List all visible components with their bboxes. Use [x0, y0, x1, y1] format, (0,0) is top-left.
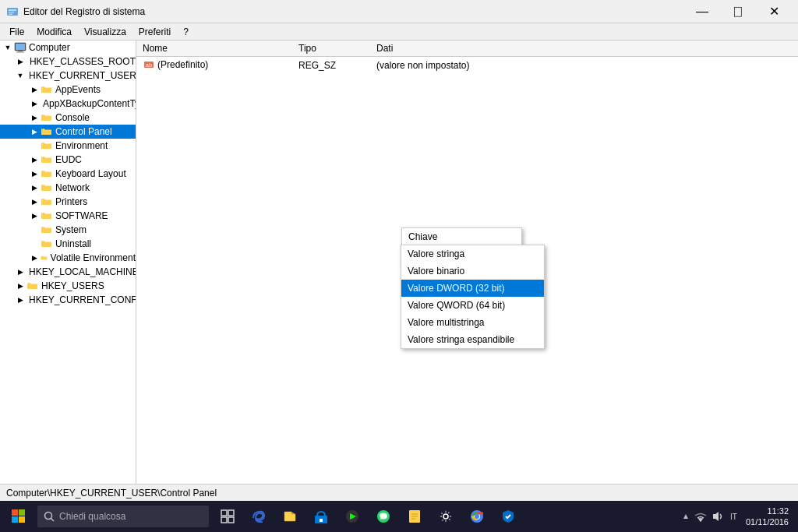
toggle-keyboard-layout[interactable]: ▶: [28, 167, 41, 180]
notes-icon: [407, 509, 422, 524]
svg-rect-6: [18, 51, 23, 52]
taskbar-icon-whatsapp[interactable]: [368, 501, 399, 532]
tree-item-system[interactable]: ▶ System: [0, 223, 136, 237]
label-valore-qword: Valore QWORD (64 bit): [408, 300, 505, 311]
taskbar-icon-settings[interactable]: [430, 501, 461, 532]
toggle-hkey-current-config[interactable]: ▶: [14, 294, 26, 306]
submenu-item-valore-stringa[interactable]: Valore stringa: [401, 245, 544, 262]
tree-item-hkey-classes-root[interactable]: ▶ HKEY_CLASSES_ROOT: [0, 55, 136, 69]
svg-point-14: [45, 513, 52, 520]
registry-tree[interactable]: ▼ Computer ▶ HKEY_CLASSES_ROOT ▼: [0, 41, 136, 484]
status-bar: Computer\HKEY_CURRENT_USER\Control Panel: [0, 484, 798, 501]
menu-help[interactable]: ?: [177, 25, 195, 39]
tree-item-appevents[interactable]: ▶ AppEvents: [0, 83, 136, 97]
tree-item-eudc[interactable]: ▶ EUDC: [0, 153, 136, 167]
taskbar-search-box[interactable]: Chiedi qualcosa: [37, 506, 209, 527]
close-button[interactable]: ✕: [756, 0, 792, 23]
taskbar-icon-files[interactable]: [274, 501, 305, 532]
label-valore-stringa-espandibile: Valore stringa espandibile: [408, 334, 514, 345]
toggle-hkey-classes[interactable]: ▶: [14, 55, 26, 68]
settings-icon: [438, 509, 454, 524]
folder-icon-control-panel: [41, 125, 53, 138]
taskbar-icon-notes[interactable]: [399, 501, 430, 532]
taskbar-icon-edge[interactable]: [243, 501, 274, 532]
files-icon: [282, 509, 298, 524]
maximize-button[interactable]: ⎕: [720, 0, 756, 23]
tree-item-network[interactable]: ▶ Network: [0, 181, 136, 195]
svg-rect-1: [9, 9, 16, 11]
tree-item-uninstall[interactable]: ▶ Uninstall: [0, 237, 136, 251]
tree-item-hkey-local-machine[interactable]: ▶ HKEY_LOCAL_MACHINE: [0, 265, 136, 279]
column-dati: Dati: [370, 41, 798, 56]
toggle-computer[interactable]: ▼: [2, 41, 14, 54]
submenu-item-valore-multistringa[interactable]: Valore multistringa: [401, 314, 544, 331]
taskbar-icon-task-view[interactable]: [212, 501, 243, 532]
tree-item-computer[interactable]: ▼ Computer: [0, 41, 136, 55]
taskbar-icon-defender[interactable]: [493, 501, 524, 532]
submenu-item-valore-qword[interactable]: Valore QWORD (64 bit): [401, 297, 544, 314]
menu-visualizza[interactable]: Visualizza: [78, 25, 132, 39]
tree-item-volatile-env[interactable]: ▶ Volatile Environment: [0, 251, 136, 265]
chrome-icon: [469, 509, 485, 524]
tree-item-hkey-current-config[interactable]: ▶ HKEY_CURRENT_CONFIG: [0, 293, 136, 307]
system-tray: IT 11:32 01/11/2016: [682, 501, 795, 532]
svg-rect-2: [9, 12, 14, 13]
submenu-item-valore-binario[interactable]: Valore binario: [401, 262, 544, 280]
taskbar-icon-chrome[interactable]: [461, 501, 493, 532]
svg-rect-3: [9, 13, 12, 15]
submenu-item-valore-stringa-espandibile[interactable]: Valore stringa espandibile: [401, 331, 544, 348]
toggle-appxbackup[interactable]: ▶: [28, 97, 41, 110]
toggle-control-panel[interactable]: ▶: [28, 125, 41, 138]
toggle-hkey-local[interactable]: ▶: [14, 266, 26, 278]
toggle-hkey-users[interactable]: ▶: [14, 280, 26, 292]
toggle-eudc[interactable]: ▶: [28, 153, 41, 166]
svg-rect-5: [16, 44, 25, 50]
volume-icon[interactable]: [711, 511, 724, 522]
toggle-appevents[interactable]: ▶: [28, 83, 41, 96]
language-icon[interactable]: IT: [729, 511, 741, 522]
menu-item-chiave[interactable]: Chiave: [402, 228, 521, 245]
toggle-console[interactable]: ▶: [28, 111, 41, 124]
toggle-hkey-current-user[interactable]: ▼: [14, 69, 26, 82]
tree-item-console[interactable]: ▶ Console: [0, 111, 136, 125]
taskbar-clock[interactable]: 11:32 01/11/2016: [746, 506, 789, 528]
tree-item-printers[interactable]: ▶ Printers: [0, 195, 136, 209]
status-path: Computer\HKEY_CURRENT_USER\Control Panel: [6, 488, 217, 499]
label-appxbackup: AppXBackupContentType: [43, 98, 136, 109]
whatsapp-icon: [376, 509, 391, 524]
folder-icon-appevents: [41, 83, 53, 96]
menu-preferiti[interactable]: Preferiti: [132, 25, 177, 39]
taskbar-icon-store[interactable]: [305, 501, 337, 532]
chiave-label: Chiave: [408, 231, 437, 242]
toggle-volatile[interactable]: ▶: [28, 252, 41, 264]
submenu-item-valore-dword[interactable]: Valore DWORD (32 bit): [401, 280, 544, 297]
tree-item-software[interactable]: ▶ SOFTWARE: [0, 209, 136, 223]
toggle-software[interactable]: ▶: [28, 210, 41, 222]
minimize-button[interactable]: —: [684, 0, 720, 23]
winamp-icon: [344, 509, 360, 524]
folder-icon-keyboard: [41, 167, 53, 180]
tray-arrow-icon[interactable]: [682, 513, 690, 520]
tree-item-control-panel[interactable]: ▶ Control Panel: [0, 125, 136, 139]
taskbar-icon-winamp[interactable]: [337, 501, 368, 532]
label-valore-stringa: Valore stringa: [408, 248, 464, 259]
tree-item-keyboard-layout[interactable]: ▶ Keyboard Layout: [0, 167, 136, 181]
main-content: ▼ Computer ▶ HKEY_CLASSES_ROOT ▼: [0, 41, 798, 484]
column-tipo: Tipo: [292, 41, 370, 56]
start-button[interactable]: [3, 501, 34, 532]
tree-item-environment[interactable]: ▶ Environment: [0, 139, 136, 153]
svg-rect-12: [12, 516, 18, 523]
table-row[interactable]: ab (Predefinito) REG_SZ (valore non impo…: [136, 56, 798, 75]
network-icon[interactable]: [694, 511, 707, 522]
tree-item-appxbackup[interactable]: ▶ AppXBackupContentType: [0, 97, 136, 111]
menu-bar: File Modifica Visualizza Preferiti ?: [0, 23, 798, 41]
toggle-network[interactable]: ▶: [28, 181, 41, 194]
menu-modifica[interactable]: Modifica: [30, 25, 78, 39]
tree-item-hkey-current-user[interactable]: ▼ HKEY_CURRENT_USER: [0, 69, 136, 83]
label-eudc: EUDC: [55, 154, 82, 165]
show-desktop-button[interactable]: [789, 501, 792, 532]
menu-file[interactable]: File: [3, 25, 30, 39]
tree-item-hkey-users[interactable]: ▶ HKEY_USERS: [0, 279, 136, 293]
defender-icon: [500, 509, 516, 524]
toggle-printers[interactable]: ▶: [28, 196, 41, 208]
